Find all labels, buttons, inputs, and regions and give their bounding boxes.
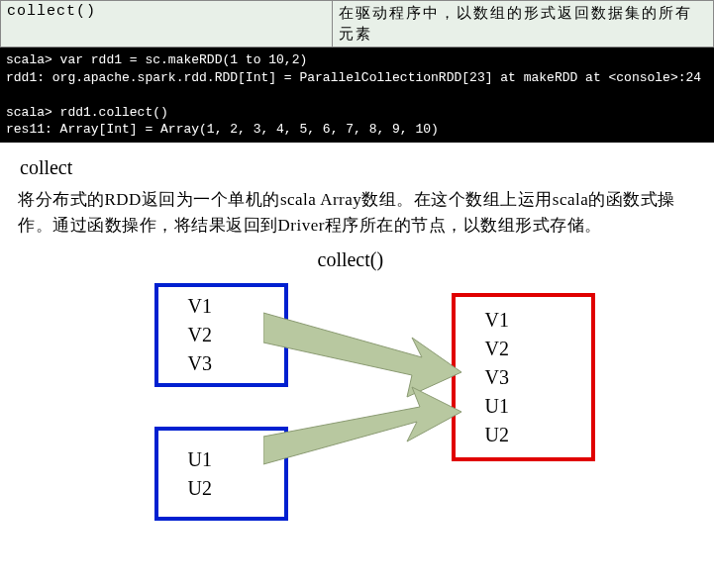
svg-marker-0 [263,313,461,397]
data-item: V1 [485,306,591,335]
data-item: U2 [188,474,284,503]
partition-box-1: V1 V2 V3 [154,283,288,387]
terminal-output: scala> var rdd1 = sc.makeRDD(1 to 10,2) … [0,48,714,143]
diagram-label: collect() [318,248,384,271]
data-item: U1 [485,392,591,421]
data-item: V3 [188,349,284,378]
data-item: U1 [188,445,284,474]
content-area: collect 将分布式的RDD返回为一个单机的scala Array数组。在这… [0,143,714,586]
method-desc: 在驱动程序中，以数组的形式返回数据集的所有元素 [333,1,713,47]
result-box: V1 V2 V3 U1 U2 [452,293,595,461]
data-item: V3 [485,363,591,392]
data-item: V2 [485,335,591,363]
section-title: collect [20,156,696,179]
method-name: collect() [1,1,333,47]
arrow-2 [263,377,461,476]
term-line: rdd1: org.apache.spark.rdd.RDD[Int] = Pa… [6,70,701,85]
term-line: scala> rdd1.collect() [6,105,168,120]
collect-diagram: collect() V1 V2 V3 U1 U2 V1 V2 V3 U1 U2 [60,248,655,575]
section-paragraph: 将分布式的RDD返回为一个单机的scala Array数组。在这个数组上运用sc… [18,187,696,240]
arrow-1 [263,303,461,402]
partition-box-2: U1 U2 [154,427,288,521]
header-row: collect() 在驱动程序中，以数组的形式返回数据集的所有元素 [0,0,714,48]
svg-marker-1 [263,387,461,464]
data-item: V2 [188,321,284,349]
term-line: res11: Array[Int] = Array(1, 2, 3, 4, 5,… [6,122,439,137]
term-line: scala> var rdd1 = sc.makeRDD(1 to 10,2) [6,52,307,67]
data-item: V1 [188,292,284,321]
data-item: U2 [485,421,591,449]
